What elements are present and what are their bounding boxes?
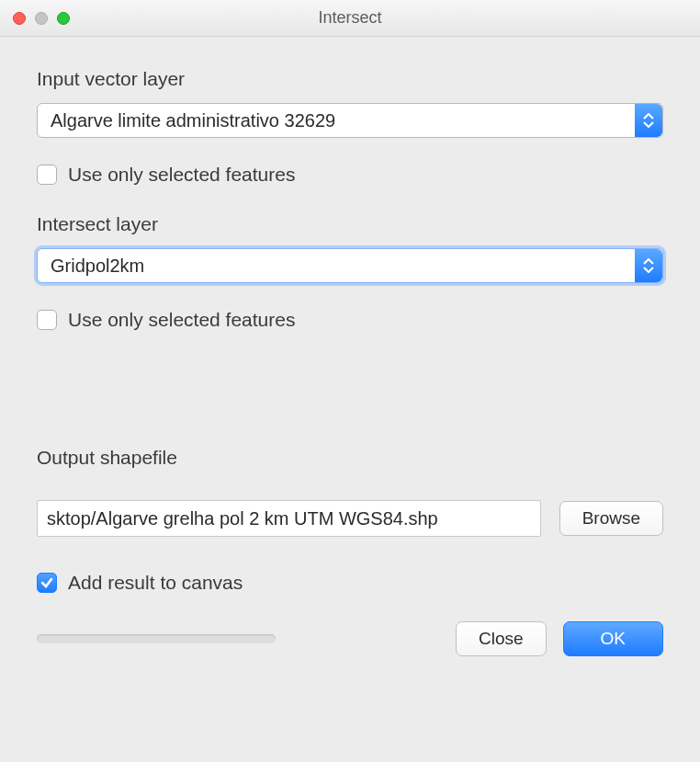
input-use-selected-label: Use only selected features (68, 164, 295, 186)
window-title: Intersect (0, 8, 700, 28)
output-path-input[interactable] (37, 500, 541, 537)
add-to-canvas-checkbox[interactable] (37, 573, 57, 593)
add-to-canvas-row: Add result to canvas (37, 572, 663, 594)
close-icon[interactable] (13, 12, 26, 25)
titlebar: Intersect (0, 0, 700, 37)
input-layer-label: Input vector layer (37, 68, 663, 90)
dialog-content: Input vector layer Use only selected fea… (0, 37, 700, 675)
intersect-use-selected-row: Use only selected features (37, 309, 663, 331)
intersect-use-selected-checkbox[interactable] (37, 310, 57, 330)
intersect-layer-value[interactable] (37, 248, 663, 283)
ok-button[interactable]: OK (563, 621, 663, 656)
input-layer-value[interactable] (37, 103, 663, 138)
intersect-layer-select[interactable] (37, 248, 663, 283)
intersect-layer-label: Intersect layer (37, 213, 663, 235)
output-row: Browse (37, 500, 663, 537)
input-use-selected-checkbox[interactable] (37, 165, 57, 185)
progress-bar (37, 634, 276, 643)
minimize-icon[interactable] (35, 12, 48, 25)
output-shapefile-label: Output shapefile (37, 447, 663, 469)
close-button[interactable]: Close (456, 621, 547, 656)
window-controls (13, 12, 70, 25)
input-layer-select[interactable] (37, 103, 663, 138)
add-to-canvas-label: Add result to canvas (68, 572, 243, 594)
bottom-row: Close OK (37, 621, 663, 656)
input-use-selected-row: Use only selected features (37, 164, 663, 186)
maximize-icon[interactable] (57, 12, 70, 25)
intersect-use-selected-label: Use only selected features (68, 309, 295, 331)
browse-button[interactable]: Browse (559, 501, 663, 536)
